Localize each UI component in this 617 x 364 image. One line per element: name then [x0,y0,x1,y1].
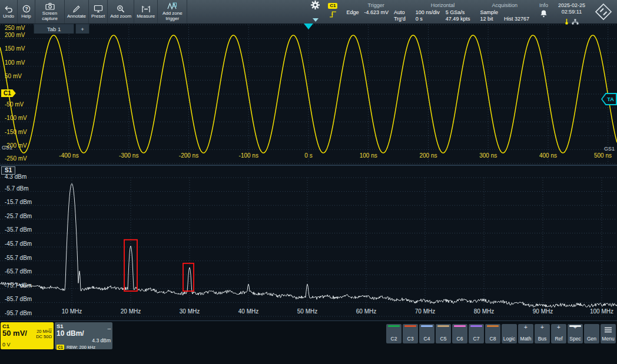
trigger-source-button[interactable]: C1 [326,1,339,23]
info-section-title: Info [539,2,548,8]
toolbar-buttons: Undo?HelpScreen captureAnnotatePresetAdd… [0,0,187,24]
channel-color-stripe [388,325,400,327]
trigger-level-marker-label: TA [607,96,613,102]
channel-button-gen[interactable]: Gen [584,324,599,343]
trigger-section-title: Trigger [346,2,405,8]
rohde-schwarz-logo-icon [592,1,615,23]
help-button[interactable]: ?Help [18,0,35,24]
channel-button-ref[interactable]: +Ref [551,324,566,343]
preset-button[interactable]: Preset [89,0,108,24]
channel-button-c3[interactable]: C3 [403,324,418,343]
channel-buttons: C2C3C4C5C6C7C8Logic+Math+Bus+Ref+SpecGen… [386,324,616,343]
channel-color-stripe [421,325,433,327]
channel-button-label: C8 [490,336,496,342]
channel-color-stripe [487,325,499,327]
channel-button-spec[interactable]: +Spec [568,324,583,343]
channel-button-math[interactable]: +Math [518,324,533,343]
channel-color-stripe [437,325,449,327]
channel-button-menu[interactable]: Menu [601,324,616,343]
channel-button-c6[interactable]: C6 [452,324,467,343]
annotate-button[interactable]: Annotate [65,0,89,24]
channel-button-c4[interactable]: C4 [419,324,434,343]
info-section[interactable]: Info [536,1,551,23]
s1-rbw: RBW: 200 kHz [67,345,95,350]
settings-button[interactable] [308,1,322,23]
trigger-level: -4.623 mV [364,9,389,15]
channel-button-c7[interactable]: C7 [469,324,484,343]
channel-button-label: Gen [587,336,596,342]
measure-button[interactable]: Measure [134,0,158,24]
network-icon [572,16,579,27]
c1-offset: 0 V [2,341,52,348]
s1-source-chip: C1 [57,345,64,350]
channel-button-c8[interactable]: C8 [485,324,500,343]
horizontal-section[interactable]: Horizontal 100 ns/div 5 GSa/s 0 s 47.49 … [413,1,473,23]
trigger-section[interactable]: Trigger Edge -4.623 mV Auto Trg'd [343,1,408,23]
acquisition-section[interactable]: Acquisition Sample 12 bit Hist 32767 [477,1,532,23]
channel-button-label: C6 [457,336,463,342]
channel-button-label: Ref [555,336,562,342]
channel-button-c2[interactable]: C2 [386,324,402,343]
grid-label-right: GS1 [604,146,615,152]
tab-1[interactable]: Tab 1 [34,24,74,34]
gear-icon [310,0,320,12]
toolbar-button-label: Annotate [67,14,86,19]
horizontal-position: 0 s [416,16,440,22]
date-label: 2025-02-25 [558,2,585,9]
help-icon: ? [22,5,31,14]
c1-signal-badge[interactable]: C1 _ 50 mV/ 20 MHz DC 50Ω 0 V [1,322,54,349]
add-zoom-button[interactable]: Add zoom [108,0,134,24]
grid-label-left: GS1 [2,145,12,151]
add-icon: + [568,325,583,330]
spectrum-view[interactable]: 10 MHz20 MHz30 MHz40 MHz50 MHz60 MHz70 M… [0,166,617,320]
s1-scale: 10 dBm/ [57,329,84,338]
bell-icon [540,9,548,20]
add-zone-trigger-button[interactable]: Add zone trigger [158,0,187,24]
thermometer-icon [565,16,569,27]
channel-color-stripe [470,325,482,327]
trigger-edge-icon [329,10,337,21]
zone-trigger-box[interactable] [124,240,137,291]
time-label: 02:59:11 [558,9,585,15]
undo-button[interactable]: Undo [0,0,18,24]
channel-button-logic[interactable]: Logic [502,324,517,343]
trigger-type: Edge [346,9,359,15]
c1-coupling: DC 50Ω [36,335,52,340]
waveform-view[interactable]: -400 ns-300 ns-200 ns-100 ns0 s100 ns200… [0,24,617,166]
add-icon: + [518,325,533,330]
record-length: 47.49 kpts [446,16,470,22]
channel-button-label: Menu [602,336,614,342]
channel-color-stripe [404,325,416,327]
channel-button-bus[interactable]: +Bus [535,324,550,343]
channel-button-label: Spec [569,336,580,342]
channel-button-label: Logic [503,336,515,342]
preset-icon [94,5,103,14]
channel-button-label: C3 [407,336,414,342]
toolbar-button-label: Add zoom [110,14,131,19]
sample-rate: 5 GSa/s [446,9,470,15]
channel-button-label: C7 [473,336,480,342]
horizontal-scale: 100 ns/div [416,9,440,15]
channel-button-label: Math [520,336,532,342]
datetime-panel: 2025-02-25 02:59:11 [555,1,588,23]
toolbar-button-label: Add zone trigger [160,11,184,22]
toolbar-button-label: Preset [91,14,105,19]
add-tab-button[interactable]: + [75,24,89,34]
acquisition-section-title: Acquisition [480,2,529,8]
channel-button-label: Bus [538,336,547,342]
pencil-icon [72,5,81,14]
add-icon: + [551,325,566,330]
oscilloscope-screen: Undo?HelpScreen captureAnnotatePresetAdd… [0,0,617,364]
spectrum-s1-badge[interactable]: S1 [1,166,15,175]
menu-icon [601,327,616,333]
toolbar-status-area: C1 Trigger Edge -4.623 mV Auto Trg'd [306,0,617,24]
acquisition-bits: 12 bit [480,16,498,22]
screen-capture-button[interactable]: Screen capture [35,0,65,24]
minimize-icon[interactable]: _ [108,323,111,329]
trigger-position-marker-icon[interactable] [304,24,313,29]
toolbar: Undo?HelpScreen captureAnnotatePresetAdd… [0,0,617,24]
trigger-mode: Auto [394,9,406,15]
channel-button-c5[interactable]: C5 [436,324,451,343]
horizontal-section-title: Horizontal [416,2,470,8]
s1-signal-badge[interactable]: S1 _ 10 dBm/ 4.3 dBm C1 RBW: 200 kHz [55,322,112,349]
